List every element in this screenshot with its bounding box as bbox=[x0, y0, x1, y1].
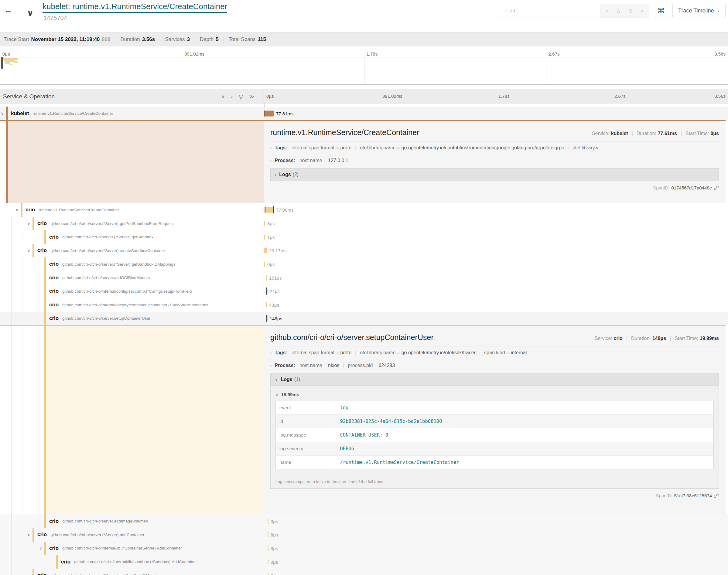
span-duration-bar[interactable] bbox=[264, 262, 265, 267]
span-duration-bar[interactable] bbox=[268, 518, 268, 524]
span-duration-label: 1μs bbox=[267, 234, 275, 240]
span-name-cell[interactable]: criogithub.com/cri-o/cri-o/internal/lib/… bbox=[0, 555, 264, 569]
span-timeline-cell[interactable]: 0μs bbox=[264, 258, 728, 271]
column-resize-handle[interactable]: ∥ bbox=[263, 103, 265, 107]
span-row[interactable]: ∨crioruntime.v1.RuntimeService/CreateCon… bbox=[0, 203, 728, 217]
span-name-cell[interactable]: criogithub.com/cri-o/cri-o/server.addIma… bbox=[0, 514, 264, 528]
span-log-marker bbox=[265, 110, 265, 117]
focus-target-icon[interactable]: ⌖ bbox=[605, 8, 608, 14]
span-collapse-icon[interactable]: ∨ bbox=[27, 533, 30, 537]
span-collapse-icon[interactable]: ∨ bbox=[27, 221, 30, 226]
span-collapse-icon[interactable]: ∨ bbox=[1, 111, 4, 116]
span-timeline-cell[interactable]: 1μs bbox=[264, 230, 728, 244]
span-duration-bar[interactable] bbox=[268, 546, 268, 551]
span-row[interactable]: ∨criogithub.com/cri-o/cri-o/server.(*Ser… bbox=[0, 528, 728, 542]
next-result-icon[interactable]: ∨ bbox=[628, 7, 633, 14]
span-name-cell[interactable]: ∨criogithub.com/cri-o/cri-o/internal/lib… bbox=[0, 542, 264, 555]
span-timeline-cell[interactable]: 77.61ms bbox=[264, 107, 728, 120]
span-row[interactable]: ∨kubeletruntime.v1.RuntimeService/Create… bbox=[0, 107, 728, 120]
span-timeline-cell[interactable]: 151μs bbox=[264, 271, 728, 284]
logs-accordion-collapsed[interactable]: › Logs (2) bbox=[270, 168, 719, 181]
trace-title-link[interactable]: kubelet: runtime.v1.RuntimeService/Creat… bbox=[42, 2, 227, 13]
span-name-cell[interactable]: criogithub.com/cri-o/cri-o/server.addOCI… bbox=[0, 271, 264, 284]
log-entry-header[interactable]: ∨ 19.99ms bbox=[275, 389, 714, 401]
span-timeline-cell[interactable]: 0μs bbox=[264, 555, 728, 569]
span-collapse-icon[interactable]: ∨ bbox=[15, 208, 19, 212]
span-timeline-cell[interactable]: 149μs bbox=[264, 312, 728, 326]
span-timeline-cell[interactable]: 20.17ms bbox=[264, 244, 728, 258]
span-name-cell[interactable]: ∨crioruntime.v1.RuntimeService/CreateCon… bbox=[0, 203, 264, 217]
span-name-cell[interactable]: criogithub.com/cri-o/cri-o/internal/conf… bbox=[0, 284, 264, 298]
span-timeline-cell[interactable]: 43μs bbox=[264, 298, 728, 312]
span-duration-bar[interactable] bbox=[268, 559, 268, 564]
span-duration-bar[interactable] bbox=[266, 302, 267, 308]
span-row[interactable]: criogithub.com/cri-o/cri-o/internal/conf… bbox=[0, 284, 728, 298]
span-timeline-cell[interactable]: 0μs bbox=[264, 514, 728, 528]
prev-result-icon[interactable]: ∧ bbox=[616, 7, 621, 14]
chevron-right-icon: › bbox=[270, 351, 271, 355]
span-row[interactable]: criogithub.com/cri-o/cri-o/internal/lib/… bbox=[0, 555, 728, 569]
span-name-cell[interactable]: criogithub.com/cri-o/cri-o/server.(*Serv… bbox=[0, 569, 264, 575]
logs-accordion-expanded[interactable]: ∨ Logs (1) bbox=[270, 373, 719, 386]
collapse-one-icon[interactable]: ∨ bbox=[221, 94, 225, 100]
indent-guide bbox=[35, 555, 35, 569]
tag-item: span.kind=internal bbox=[484, 350, 527, 355]
span-name-cell[interactable]: criogithub.com/cri-o/cri-o/server.(*Serv… bbox=[0, 230, 264, 244]
span-row[interactable]: criogithub.com/cri-o/cri-o/server.(*Serv… bbox=[0, 258, 728, 271]
span-row[interactable]: ∨criogithub.com/cri-o/cri-o/server.(*Ser… bbox=[0, 244, 728, 258]
span-duration-bar[interactable] bbox=[264, 221, 265, 226]
tags-row[interactable]: › Tags: internal.span.format=proto|otel.… bbox=[270, 141, 719, 154]
process-row[interactable]: › Process: host.name=nixos|process.pid=6… bbox=[270, 359, 719, 372]
copy-link-icon[interactable] bbox=[714, 493, 719, 498]
span-name-cell[interactable]: ∨kubeletruntime.v1.RuntimeService/Create… bbox=[0, 107, 264, 120]
expand-all-icon[interactable]: ≫ bbox=[249, 94, 255, 100]
back-button[interactable]: ← bbox=[0, 0, 17, 20]
find-input[interactable] bbox=[500, 4, 600, 18]
detail-accent-column bbox=[0, 326, 264, 514]
expand-one-icon[interactable]: › bbox=[231, 94, 233, 100]
copy-link-icon[interactable] bbox=[714, 185, 719, 190]
span-row[interactable]: ∨criogithub.com/cri-o/cri-o/server.(*Ser… bbox=[0, 217, 728, 230]
span-duration-bar[interactable] bbox=[264, 207, 274, 213]
span-timeline-cell[interactable]: 77.08ms bbox=[264, 203, 728, 217]
span-collapse-icon[interactable]: ∨ bbox=[27, 248, 30, 253]
span-timeline-cell[interactable]: 24μs bbox=[264, 284, 728, 298]
span-timeline-cell[interactable]: 0μs bbox=[264, 569, 728, 575]
service-operation-header: Service & Operation ∨›⋁≫ ∥ bbox=[0, 89, 264, 104]
minimap-scrubber-handle[interactable] bbox=[1, 57, 3, 69]
span-row[interactable]: criogithub.com/cri-o/cri-o/server.setupC… bbox=[0, 312, 728, 326]
clear-search-icon[interactable]: × bbox=[640, 8, 644, 14]
span-timeline-cell[interactable]: 3μs bbox=[264, 542, 728, 555]
span-row[interactable]: criogithub.com/cri-o/cri-o/internal/fact… bbox=[0, 298, 728, 312]
span-timeline-cell[interactable]: 6μs bbox=[264, 528, 728, 542]
span-duration-bar[interactable] bbox=[264, 234, 265, 240]
span-row[interactable]: criogithub.com/cri-o/cri-o/server.(*Serv… bbox=[0, 230, 728, 244]
span-duration-bar[interactable] bbox=[266, 275, 267, 280]
span-name-cell[interactable]: criogithub.com/cri-o/cri-o/server.(*Serv… bbox=[0, 258, 264, 271]
span-name-cell[interactable]: ∨criogithub.com/cri-o/cri-o/server.(*Ser… bbox=[0, 528, 264, 542]
span-row[interactable]: criogithub.com/cri-o/cri-o/server.(*Serv… bbox=[0, 569, 728, 575]
span-timeline-cell[interactable]: 8μs bbox=[264, 217, 728, 230]
process-row[interactable]: › Process: host.name=127.0.0.1 bbox=[270, 154, 719, 167]
span-row[interactable]: ∨criogithub.com/cri-o/cri-o/internal/lib… bbox=[0, 542, 728, 555]
span-duration-bar[interactable] bbox=[268, 532, 268, 537]
collapse-all-icon[interactable]: ⋁ bbox=[239, 94, 243, 100]
trace-header-collapse-icon[interactable]: ∨ bbox=[27, 9, 34, 18]
operation-name: github.com/cri-o/cri-o/server.(*Server).… bbox=[51, 573, 163, 575]
span-duration-label: 0μs bbox=[267, 262, 275, 267]
span-duration-bar[interactable] bbox=[268, 573, 268, 575]
span-duration-bar[interactable] bbox=[264, 110, 274, 116]
keyboard-shortcuts-button[interactable]: ⌘ bbox=[654, 4, 668, 18]
span-row[interactable]: criogithub.com/cri-o/cri-o/server.addOCI… bbox=[0, 271, 728, 284]
span-name-cell[interactable]: ∨criogithub.com/cri-o/cri-o/server.(*Ser… bbox=[0, 217, 264, 230]
trace-view-selector[interactable]: Trace Timeline ∨ bbox=[672, 4, 726, 18]
span-name-cell[interactable]: ∨criogithub.com/cri-o/cri-o/server.(*Ser… bbox=[0, 244, 264, 258]
back-arrow-icon[interactable]: ← bbox=[4, 5, 13, 15]
span-name-cell[interactable]: criogithub.com/cri-o/cri-o/server.setupC… bbox=[0, 312, 264, 326]
span-collapse-icon[interactable]: ∨ bbox=[39, 546, 42, 550]
tags-row[interactable]: › Tags: internal.span.format=proto|otel.… bbox=[270, 346, 719, 359]
span-row[interactable]: criogithub.com/cri-o/cri-o/server.addIma… bbox=[0, 514, 728, 528]
timeline-header: Service & Operation ∨›⋁≫ ∥ 0μs891.02ms1.… bbox=[0, 89, 728, 104]
trace-minimap[interactable] bbox=[0, 57, 728, 85]
span-name-cell[interactable]: criogithub.com/cri-o/cri-o/internal/fact… bbox=[0, 298, 264, 312]
